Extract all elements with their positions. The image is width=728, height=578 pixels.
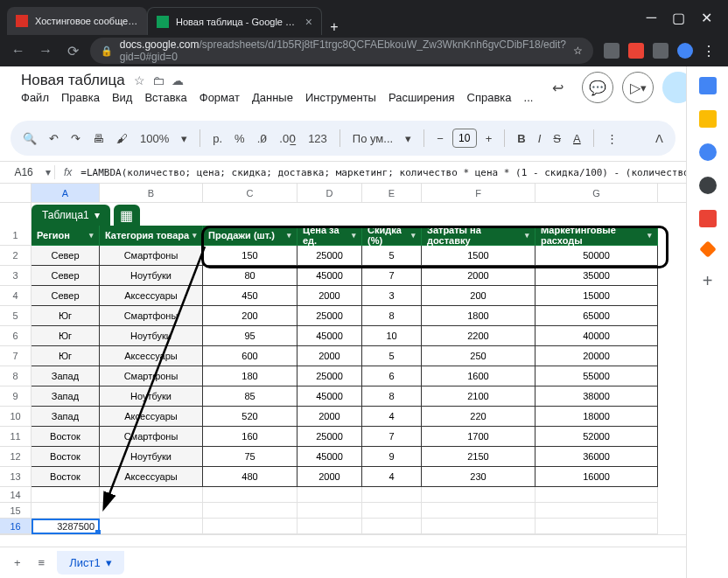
cell[interactable] [362,519,422,534]
addon-icon[interactable] [699,240,717,258]
menu-item[interactable]: ... [524,91,534,104]
column-header[interactable]: A [32,184,100,202]
more-formats-button[interactable]: 123 [304,129,331,149]
row-header[interactable]: 11 [0,427,32,447]
menu-item[interactable]: Вид [112,91,133,104]
cell[interactable] [422,487,536,503]
table-cell[interactable]: Аксессуары [100,407,203,427]
table-cell[interactable]: Аксессуары [100,467,203,487]
row-header[interactable]: 10 [0,407,32,427]
table-header-cell[interactable]: Скидка (%)▾ [362,226,422,246]
table-cell[interactable]: 20000 [536,346,658,366]
extension-icon[interactable] [604,43,620,59]
table-cell[interactable]: 7 [362,427,422,447]
table-cell[interactable]: 2000 [298,286,362,306]
all-sheets-button[interactable]: ≡ [33,553,51,573]
table-cell[interactable]: 25000 [298,427,362,447]
table-tab[interactable]: Таблица1▾ [32,205,110,226]
table-cell[interactable]: 2000 [422,266,536,286]
cell[interactable] [298,487,362,503]
table-cell[interactable]: 75 [203,447,298,467]
undo-icon[interactable]: ↶ [46,129,62,149]
doc-title[interactable]: Новая таблица [21,72,125,89]
table-cell[interactable]: 1700 [422,427,536,447]
table-cell[interactable]: 18000 [536,407,658,427]
table-header-cell[interactable]: Продажи (шт.)▾ [203,226,298,246]
collapse-toolbar-icon[interactable]: ᐱ [652,129,667,149]
table-cell[interactable]: 45000 [298,326,362,346]
cell[interactable] [422,519,536,534]
forward-icon[interactable]: → [35,43,58,59]
table-cell[interactable]: 2000 [298,407,362,427]
menu-item[interactable]: Формат [200,91,240,104]
row-header[interactable]: 13 [0,467,32,487]
search-icon[interactable]: 🔍 [19,129,40,149]
increase-decimal-button[interactable]: .00̲ [276,129,299,149]
table-cell[interactable]: Север [32,266,100,286]
table-cell[interactable]: 15000 [536,286,658,306]
add-sheet-button[interactable]: + [9,553,26,573]
table-cell[interactable]: 25000 [298,366,362,386]
row-header[interactable]: 9 [0,386,32,407]
table-cell[interactable]: Север [32,246,100,266]
font-select[interactable]: По ум... [349,129,396,149]
cell[interactable] [362,503,422,519]
font-size-dec[interactable]: − [433,129,447,149]
new-tab-button[interactable]: + [322,19,346,35]
maps-icon[interactable] [699,210,717,227]
table-cell[interactable]: 10 [362,326,422,346]
minimize-icon[interactable]: ─ [647,10,656,26]
close-icon[interactable]: ✕ [701,10,712,26]
table-cell[interactable]: 16000 [536,467,658,487]
column-header[interactable]: G [536,184,658,202]
table-cell[interactable]: Ноутбуки [100,447,203,467]
table-cell[interactable]: 220 [422,407,536,427]
formula-input[interactable]: =LAMBDA(количество; цена; скидка; достав… [80,167,686,178]
table-cell[interactable]: 200 [203,306,298,326]
table-cell[interactable]: Восток [32,447,100,467]
cloud-icon[interactable]: ☁ [172,73,184,87]
table-cell[interactable]: 38000 [536,386,658,407]
select-all-corner[interactable] [0,184,32,202]
text-color-button[interactable]: A [570,129,584,149]
table-cell[interactable]: Восток [32,467,100,487]
cell[interactable] [203,487,298,503]
table-cell[interactable]: 2000 [298,346,362,366]
table-cell[interactable]: Смартфоны [100,366,203,386]
table-cell[interactable]: Запад [32,366,100,386]
table-header-cell[interactable]: Регион▾ [32,226,100,246]
column-header[interactable]: E [362,184,422,202]
tasks-icon[interactable] [699,143,717,161]
table-cell[interactable]: 2000 [298,467,362,487]
calendar-icon[interactable] [699,77,717,94]
table-header-cell[interactable]: Цена за ед.▾ [298,226,362,246]
cell[interactable] [298,519,362,534]
cell[interactable] [100,519,203,534]
row-header[interactable]: 2 [0,246,32,266]
row-header[interactable]: 4 [0,286,32,306]
table-cell[interactable]: 520 [203,407,298,427]
browser-tab-1[interactable]: Хостинговое сообщество «Tim [7,7,147,35]
table-cell[interactable]: 450 [203,286,298,306]
table-cell[interactable]: 2200 [422,326,536,346]
table-cell[interactable]: 45000 [298,386,362,407]
column-header[interactable]: C [203,184,298,202]
sheet-tab[interactable]: Лист1▾ [57,551,123,575]
row-header[interactable]: 8 [0,366,32,386]
contacts-icon[interactable] [699,177,717,194]
currency-button[interactable]: р. [209,129,226,149]
keep-icon[interactable] [699,110,717,128]
profile-icon[interactable] [677,43,693,59]
table-cell[interactable]: Смартфоны [100,246,203,266]
table-cell[interactable]: 45000 [298,266,362,286]
row-header[interactable]: 3 [0,266,32,286]
table-cell[interactable]: 250 [422,346,536,366]
table-cell[interactable]: Юг [32,326,100,346]
cell[interactable] [362,487,422,503]
bold-button[interactable]: B [514,129,528,149]
menu-item[interactable]: Правка [61,91,100,104]
menu-item[interactable]: Данные [252,91,293,104]
cell[interactable] [536,519,658,534]
table-cell[interactable]: Смартфоны [100,427,203,447]
table-cell[interactable]: 4 [362,467,422,487]
